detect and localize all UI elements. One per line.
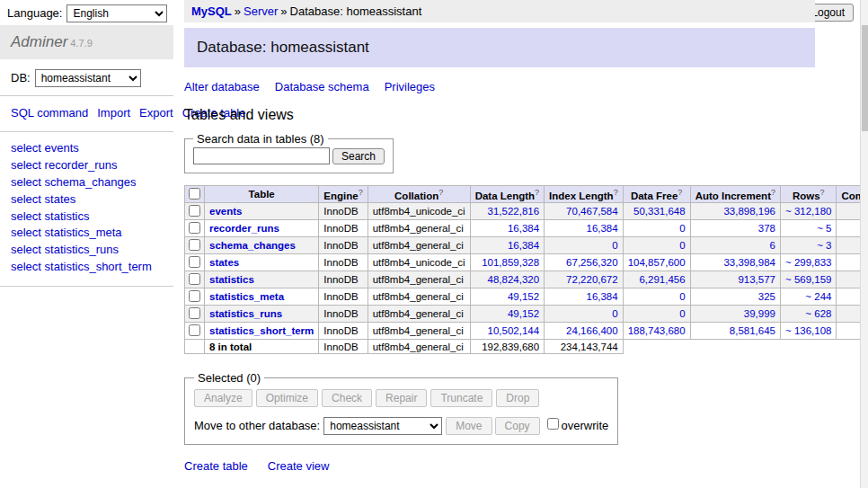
rows-count-link[interactable]: ~ 312,180 (785, 206, 831, 217)
overwrite-option[interactable]: overwrite (546, 419, 609, 432)
row-checkbox[interactable] (189, 222, 200, 234)
rows-count-link[interactable]: ~ 5 (817, 223, 831, 234)
sidebar-table-link[interactable]: select statistics_short_term (11, 259, 163, 276)
index-length-link[interactable]: 16,384 (586, 291, 617, 302)
index-length-link[interactable]: 0 (612, 308, 617, 319)
create-link[interactable]: Create table (184, 459, 248, 473)
rows-count-link[interactable]: ~ 569,159 (785, 274, 831, 285)
data-length-link[interactable]: 10,502,144 (488, 325, 540, 336)
db-action-link[interactable]: Alter database (184, 80, 260, 93)
row-checkbox[interactable] (189, 273, 200, 285)
sidebar-action-link[interactable]: SQL command (11, 106, 88, 120)
db-action-link[interactable]: Privileges (385, 80, 435, 93)
move-button[interactable]: Move (446, 417, 492, 435)
auto-increment-cell: 39,999 (690, 306, 780, 323)
auto-increment-link[interactable]: 6 (770, 240, 775, 251)
table-name-link[interactable]: schema_changes (209, 240, 296, 251)
rows-count-link[interactable]: ~ 299,833 (785, 257, 831, 268)
table-name-link[interactable]: statistics_runs (209, 308, 282, 319)
auto-increment-link[interactable]: 378 (758, 223, 775, 234)
data-length-link[interactable]: 49,152 (508, 291, 539, 302)
index-length-link[interactable]: 72,220,672 (566, 274, 618, 285)
scrollbar-thumb[interactable] (862, 25, 868, 131)
copy-button[interactable]: Copy (495, 417, 540, 435)
bulk-action-button[interactable]: Drop (496, 389, 539, 407)
bulk-action-button[interactable]: Optimize (256, 389, 318, 407)
auto-increment-link[interactable]: 8,581,645 (730, 325, 775, 336)
data-free-link[interactable]: 104,857,600 (628, 257, 686, 268)
index-length-link[interactable]: 70,467,584 (566, 206, 618, 217)
sidebar-table-link[interactable]: select schema_changes (11, 174, 163, 191)
db-select[interactable]: homeassistant (35, 69, 141, 87)
data-length-link[interactable]: 16,384 (508, 240, 539, 251)
auto-increment-link[interactable]: 33,898,196 (723, 206, 775, 217)
table-name-link[interactable]: statistics_short_term (209, 325, 314, 336)
sidebar-table-link[interactable]: select statistics_runs (11, 242, 163, 259)
rows-count-link[interactable]: ~ 3 (817, 240, 831, 251)
bulk-action-button[interactable]: Analyze (194, 389, 252, 407)
rows-count-link[interactable]: ~ 628 (805, 308, 831, 319)
auto-increment-link[interactable]: 325 (758, 291, 775, 302)
row-checkbox[interactable] (189, 256, 200, 268)
data-free-link[interactable]: 0 (679, 291, 685, 302)
move-db-select[interactable]: homeassistant (323, 417, 442, 435)
sidebar-action-link[interactable]: Import (97, 106, 130, 120)
data-free-link[interactable]: 50,331,648 (633, 206, 686, 217)
data-free-cell: 6,291,456 (623, 271, 690, 288)
data-free-link[interactable]: 0 (679, 308, 685, 319)
data-length-link[interactable]: 48,824,320 (488, 274, 540, 285)
db-action-link[interactable]: Database schema (275, 80, 369, 93)
column-header-data-length: Data Length? (470, 186, 544, 203)
row-checkbox[interactable] (189, 239, 200, 251)
data-length-link[interactable]: 16,384 (508, 223, 539, 234)
sidebar-table-link[interactable]: select statistics_meta (11, 225, 163, 242)
auto-increment-link[interactable]: 33,398,984 (723, 257, 775, 268)
rows-count-link[interactable]: ~ 244 (805, 291, 831, 302)
table-name-link[interactable]: states (209, 257, 239, 268)
bulk-action-button[interactable]: Truncate (430, 389, 492, 407)
sidebar-table-link[interactable]: select states (11, 191, 163, 209)
row-checkbox[interactable] (189, 290, 200, 302)
row-checkbox[interactable] (189, 205, 200, 217)
index-length-link[interactable]: 67,256,320 (566, 257, 618, 268)
table-name-link[interactable]: recorder_runs (209, 223, 279, 234)
sidebar-table-link[interactable]: select events (11, 140, 163, 157)
create-link[interactable]: Create view (268, 459, 330, 473)
vertical-scrollbar[interactable] (860, 0, 868, 488)
index-length-link[interactable]: 16,384 (586, 223, 617, 234)
index-length-cell: 16,384 (545, 220, 624, 237)
data-free-link[interactable]: 6,291,456 (639, 274, 685, 285)
index-length-link[interactable]: 24,166,400 (566, 325, 618, 336)
help-marker: ? (614, 188, 618, 197)
bulk-action-button[interactable]: Repair (376, 389, 427, 407)
sidebar-table-link[interactable]: select recorder_runs (11, 157, 163, 174)
tables-heading: Tables and views (184, 107, 815, 123)
sidebar-action-link[interactable]: Export (139, 106, 173, 120)
data-free-link[interactable]: 188,743,680 (628, 325, 686, 336)
data-length-link[interactable]: 31,522,816 (488, 206, 540, 217)
sidebar-table-link[interactable]: select statistics (11, 209, 163, 226)
table-name-link[interactable]: statistics_meta (209, 291, 284, 302)
search-input[interactable] (193, 147, 330, 164)
select-all-checkbox[interactable] (189, 188, 200, 200)
row-checkbox[interactable] (189, 324, 200, 336)
create-links: Create tableCreate view (184, 459, 815, 473)
breadcrumb-mysql-link[interactable]: MySQL (191, 4, 232, 18)
table-name-link[interactable]: events (209, 206, 242, 217)
language-select[interactable]: English (66, 4, 167, 22)
data-free-link[interactable]: 0 (679, 240, 685, 251)
bulk-action-button[interactable]: Check (322, 389, 372, 407)
auto-increment-link[interactable]: 39,999 (744, 308, 775, 319)
index-length-link[interactable]: 0 (612, 240, 617, 251)
breadcrumb-server-link[interactable]: Server (244, 4, 278, 18)
row-checkbox[interactable] (189, 307, 200, 319)
rows-count-link[interactable]: ~ 136,108 (785, 325, 831, 336)
data-length-link[interactable]: 49,152 (508, 308, 539, 319)
auto-increment-link[interactable]: 913,577 (738, 274, 775, 285)
overwrite-checkbox[interactable] (547, 418, 559, 430)
data-length-link[interactable]: 101,859,328 (482, 257, 539, 268)
collation-cell: utf8mb4_general_ci (368, 306, 470, 323)
data-free-link[interactable]: 0 (679, 223, 685, 234)
table-name-link[interactable]: statistics (209, 274, 254, 285)
search-button[interactable]: Search (332, 148, 385, 164)
